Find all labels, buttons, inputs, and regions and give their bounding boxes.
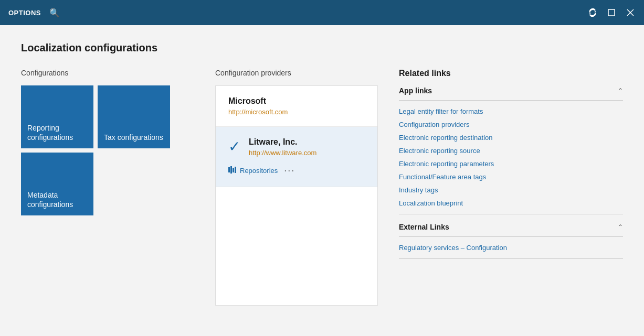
litware-info: Litware, Inc. http://www.litware.com xyxy=(249,137,365,157)
app-links-label: App links xyxy=(399,86,432,95)
functional-feature-tags-link[interactable]: Functional/Feature area tags xyxy=(399,170,623,183)
title-bar-left: OPTIONS 🔍 xyxy=(8,8,60,18)
microsoft-provider-card[interactable]: Microsoft http://microsoft.com xyxy=(216,86,377,127)
content-grid: Configurations Reporting configurations … xyxy=(21,69,623,315)
external-links-footer xyxy=(399,258,623,259)
reporting-configurations-tile[interactable]: Reporting configurations xyxy=(21,85,93,148)
localization-blueprint-link[interactable]: Localization blueprint xyxy=(399,197,623,210)
repositories-label: Repositories xyxy=(240,167,278,175)
svg-rect-3 xyxy=(228,167,230,172)
related-links-section: Related links App links ⌃ Legal entity f… xyxy=(399,69,623,315)
refresh-icon[interactable] xyxy=(587,7,598,18)
repositories-button[interactable]: Repositories xyxy=(228,166,278,175)
svg-rect-5 xyxy=(233,168,234,172)
more-options-button[interactable]: ··· xyxy=(284,165,295,176)
main-content: Localization configurations Configuratio… xyxy=(0,25,644,336)
external-links-header: External Links ⌃ xyxy=(399,223,623,237)
app-links-chevron[interactable]: ⌃ xyxy=(618,87,623,94)
litware-provider-card[interactable]: ✓ Litware, Inc. http://www.litware.com xyxy=(216,127,377,187)
microsoft-provider-url: http://microsoft.com xyxy=(228,108,365,116)
repositories-icon xyxy=(228,166,237,175)
app-links-header: App links ⌃ xyxy=(399,86,623,101)
selected-checkmark: ✓ xyxy=(228,139,240,154)
industry-tags-link[interactable]: Industry tags xyxy=(399,183,623,197)
close-icon[interactable] xyxy=(625,7,636,18)
title-bar-controls xyxy=(587,7,636,18)
configuration-providers-link[interactable]: Configuration providers xyxy=(399,118,623,131)
er-destination-link[interactable]: Electronic reporting destination xyxy=(399,131,623,144)
tax-configurations-tile[interactable]: Tax configurations xyxy=(98,85,170,148)
external-links-group: External Links ⌃ Regulatory services – C… xyxy=(399,223,623,259)
svg-rect-0 xyxy=(608,9,615,16)
providers-heading: Configuration providers xyxy=(215,69,378,77)
app-links-group: App links ⌃ Legal entity filter for form… xyxy=(399,86,623,214)
svg-rect-6 xyxy=(235,167,236,173)
search-icon[interactable]: 🔍 xyxy=(49,8,60,18)
configurations-section: Configurations Reporting configurations … xyxy=(21,69,199,315)
provider-actions: Repositories ··· xyxy=(228,165,365,176)
app-title: OPTIONS xyxy=(8,9,41,17)
providers-section: Configuration providers Microsoft http:/… xyxy=(215,69,378,315)
configurations-heading: Configurations xyxy=(21,69,199,77)
config-tiles: Reporting configurations Tax configurati… xyxy=(21,85,199,215)
litware-selected-content: ✓ Litware, Inc. http://www.litware.com xyxy=(228,137,365,157)
litware-provider-url: http://www.litware.com xyxy=(249,149,365,157)
external-links-chevron[interactable]: ⌃ xyxy=(618,223,623,231)
microsoft-provider-name: Microsoft xyxy=(228,96,365,106)
er-source-link[interactable]: Electronic reporting source xyxy=(399,144,623,157)
regulatory-services-link[interactable]: Regulatory services – Configuration xyxy=(399,241,623,254)
er-parameters-link[interactable]: Electronic reporting parameters xyxy=(399,157,623,170)
app-links-footer xyxy=(399,214,623,214)
title-bar: OPTIONS 🔍 xyxy=(0,0,644,25)
providers-list: Microsoft http://microsoft.com ✓ Litware… xyxy=(215,85,378,306)
related-links-title: Related links xyxy=(399,69,623,78)
external-links-label: External Links xyxy=(399,223,449,231)
svg-rect-4 xyxy=(230,166,232,174)
litware-provider-name: Litware, Inc. xyxy=(249,137,365,147)
metadata-configurations-tile[interactable]: Metadata configurations xyxy=(21,153,93,215)
page-title: Localization configurations xyxy=(21,42,623,54)
maximize-icon[interactable] xyxy=(606,7,617,18)
legal-entity-filter-link[interactable]: Legal entity filter for formats xyxy=(399,105,623,118)
